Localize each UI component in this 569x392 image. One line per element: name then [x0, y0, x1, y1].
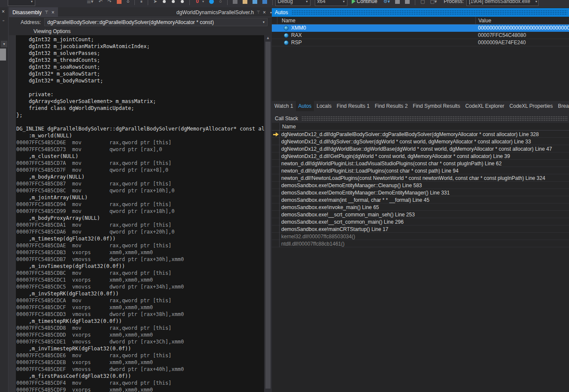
folder-icon[interactable] — [243, 0, 247, 4]
tab-watch-1[interactable]: Watch 1 — [272, 101, 296, 111]
attach-icon[interactable]: ⚙▾ — [383, 0, 390, 4]
callstack-gutter — [272, 138, 280, 145]
toolbar-combo[interactable]: ▾ — [8, 0, 35, 6]
viewing-options[interactable]: Viewing Options — [9, 27, 272, 35]
code-line: 00007FFC54B5CDB3 vxorps xmm0,xmm0,xmm0 — [16, 249, 264, 256]
code-line: ,m_invTimestep(dgFloat32(0.0f)) — [16, 263, 264, 270]
step-over-icon[interactable] — [172, 0, 175, 3]
scrollbar-thumb[interactable] — [0, 49, 6, 61]
callstack-row[interactable]: dgNewtonDx12_d.dll!dgSolver::dgSolver(dg… — [272, 138, 569, 145]
callstack-row[interactable]: dgNewtonDx12_d.dll!dgWorldBase::dgWorldB… — [272, 145, 569, 152]
stop-debug-icon[interactable] — [117, 0, 122, 4]
continue-button[interactable]: Continue — [357, 0, 377, 4]
disassembly-code-area[interactable]: dgInt32 m_jointCount; dgInt32 m_jacobian… — [9, 35, 272, 392]
callstack-row[interactable]: demosSandbox.exe!main(int __formal, char… — [272, 196, 569, 204]
tab-find-results-1[interactable]: Find Results 1 — [334, 101, 372, 111]
column-header-name[interactable]: Name — [277, 17, 475, 24]
pin-icon[interactable]: ⊤ — [256, 10, 260, 15]
callstack-row[interactable]: dgNewtonDx12_d.dll!dgParallelBodySolver:… — [272, 131, 569, 138]
process-dropdown[interactable]: [1904] demosSandbox.exe▾ — [466, 0, 539, 6]
save-icon[interactable] — [253, 0, 257, 4]
continue-icon[interactable] — [352, 0, 356, 4]
autos-titlebar[interactable]: Autos — [272, 8, 569, 17]
callstack-row[interactable]: demosSandbox.exe!DemoEntityManager::Demo… — [272, 189, 569, 196]
pin-icon[interactable]: ⊤ — [45, 10, 49, 15]
platform-dropdown[interactable]: x64▾ — [315, 0, 347, 6]
code-line: }; — [16, 112, 264, 119]
callstack-row[interactable]: dgNewtonDx12_d.dll!GetPlugin(dgWorld * c… — [272, 152, 569, 160]
callstack-row[interactable]: demosSandbox.exe!__scrt_common_main_seh(… — [272, 211, 569, 218]
break-all-icon[interactable]: ⏸ — [140, 0, 143, 4]
column-header-name[interactable]: Name — [280, 123, 569, 131]
scroll-up-icon[interactable]: ▲ — [264, 36, 272, 40]
callstack-row[interactable]: newton_d.dll!dgWorldPluginList::LoadVisu… — [272, 160, 569, 167]
undo-icon[interactable]: ↶ — [98, 0, 102, 4]
callstack-gutter — [272, 233, 280, 240]
register-name: RAX — [277, 32, 475, 38]
callstack-row[interactable]: demosSandbox.exe!__scrt_common_main() Li… — [272, 218, 569, 225]
register-value: 00007FFC54C48080 — [475, 32, 569, 38]
callstack-gutter — [272, 131, 280, 138]
restart-icon[interactable]: ○ — [127, 0, 130, 4]
code-line: 00007FFC54B5CDEB vxorps xmm0,xmm0,xmm0 — [16, 359, 264, 366]
close-icon[interactable]: × — [2, 9, 5, 15]
callstack-row[interactable]: newton_d.dll!dgWorldPluginList::LoadPlug… — [272, 167, 569, 174]
callstack-row[interactable]: demosSandbox.exe!invoke_main() Line 65 — [272, 204, 569, 211]
close-icon[interactable]: × — [263, 9, 266, 15]
code-line: ,m_cluster(NULL) — [16, 153, 264, 160]
drag-handle[interactable] — [292, 10, 567, 15]
save-all-icon[interactable] — [262, 0, 267, 4]
windows-grid-icon[interactable] — [395, 0, 400, 4]
tab-codexl-properties[interactable]: CodeXL Properties — [507, 101, 555, 111]
callstack-row[interactable]: newton_d.dll!NewtonLoadPlugins(const New… — [272, 174, 569, 182]
step-arrow-icon[interactable]: ➤ — [153, 0, 157, 4]
tab-label: dgWorldDynamicsParallelSolver.h — [176, 9, 254, 15]
refresh-icon[interactable]: ○ — [219, 0, 222, 4]
menu-dropdown-icon[interactable]: ☰▾ — [87, 0, 93, 4]
solution-config-dropdown[interactable]: Debug▾ — [275, 0, 310, 6]
code-line: dgInt32 m_solverPasses; — [16, 50, 264, 57]
tab-find-symbol-results[interactable]: Find Symbol Results — [410, 101, 463, 111]
tab-find-results-2[interactable]: Find Results 2 — [372, 101, 411, 111]
callstack-frame-text: kernel32.dll!00007ffc88503034() — [280, 234, 569, 240]
tab-disassembly[interactable]: Disassembly ⊤ × — [9, 7, 58, 17]
callstack-titlebar[interactable]: Call Stack — [272, 114, 569, 123]
callstack-row[interactable]: demosSandbox.exe!DemoEntityManager::Clea… — [272, 182, 569, 189]
step-out-icon[interactable] — [181, 0, 184, 3]
chevron-down-icon[interactable]: ▾ — [263, 20, 265, 24]
editor-scrollbar[interactable]: ▲ — [264, 35, 272, 392]
callstack-frame-text: newton_d.dll!NewtonLoadPlugins(const New… — [280, 175, 569, 181]
quote-marks: '' — [3, 19, 4, 24]
tab-autos[interactable]: Autos — [296, 101, 314, 111]
callstack-row[interactable]: kernel32.dll!00007ffc88503034() — [272, 233, 569, 240]
code-line: 00007FFC54B5CDD3 vmovss dword ptr [rax+3… — [16, 311, 264, 318]
scrollbar-thumb[interactable] — [265, 42, 271, 389]
register-value: 0000009AE74FE240 — [475, 40, 569, 46]
tab-locals[interactable]: Locals — [314, 101, 334, 111]
layout-dropdown-icon[interactable]: ▢▾ — [430, 0, 437, 4]
autos-row[interactable]: RSP0000009AE74FE240 — [272, 39, 569, 46]
code-line: 00007FFC54B5CDE6 mov rax,qword ptr [this… — [16, 352, 264, 359]
breakpoint-gutter[interactable] — [9, 35, 16, 392]
autos-title: Autos — [275, 9, 288, 15]
drag-handle[interactable] — [301, 116, 567, 121]
tab-document[interactable]: dgWorldDynamicsParallelSolver.h ⊤ × — [176, 7, 266, 17]
redo-icon[interactable]: ↷ — [108, 0, 112, 4]
autos-row[interactable]: RAX00007FFC54C48080 — [272, 32, 569, 39]
tab-breakpoints[interactable]: Breakpoints — [555, 101, 569, 111]
callstack-row[interactable]: ntdll.dll!00007ffc88cb1461() — [272, 240, 569, 247]
callstack-row[interactable]: demosSandbox.exe!mainCRTStartup() Line 1… — [272, 225, 569, 233]
windows-grid2-icon[interactable] — [405, 0, 410, 4]
chevron-down-icon[interactable]: ▾ — [1, 41, 7, 47]
column-header-value[interactable]: Value — [475, 17, 569, 24]
close-icon[interactable]: × — [52, 9, 55, 15]
sync-icon[interactable] — [209, 0, 214, 4]
tab-codexl-explorer[interactable]: CodeXL Explorer — [463, 101, 507, 111]
address-combo[interactable]: dgParallelBodySolver::dgParallelBodySolv… — [44, 18, 268, 26]
code-line: :m_world(NULL) — [16, 132, 264, 139]
frame-icon[interactable]: ▢ — [420, 0, 425, 4]
step-into-icon[interactable] — [163, 0, 166, 3]
window-icon[interactable] — [233, 0, 237, 4]
autos-row[interactable]: XMM000000000000000000000000000000000 — [272, 24, 569, 32]
error-dropdown-icon[interactable]: ▾ — [202, 0, 204, 3]
